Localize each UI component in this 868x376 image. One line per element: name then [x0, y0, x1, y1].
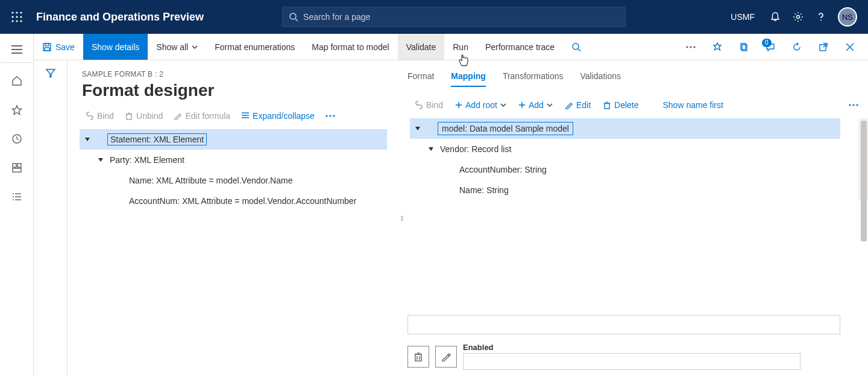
edit-expression-icon[interactable] [435, 346, 457, 368]
right-bind-button[interactable]: Bind [410, 98, 448, 112]
bell-icon[interactable] [769, 11, 781, 23]
tree-node-name-string[interactable]: Name: String [410, 180, 840, 200]
splitter[interactable]: ⁞⁞ [399, 60, 404, 376]
edit-button[interactable]: Edit [560, 98, 596, 112]
left-more-icon[interactable] [321, 112, 340, 119]
messages-badge: 0 [762, 39, 772, 47]
attachments-icon[interactable] [733, 34, 755, 60]
edit-formula-button[interactable]: Edit formula [169, 109, 235, 123]
search-placeholder: Search for a page [303, 12, 370, 22]
delete-label: Delete [614, 100, 638, 110]
svg-rect-28 [45, 48, 49, 51]
home-icon[interactable] [2, 68, 31, 94]
caret-icon[interactable] [96, 157, 105, 163]
expand-label: Expand/collapse [253, 111, 315, 121]
svg-point-9 [290, 13, 296, 19]
tree-node-vendor[interactable]: Vendor: Record list [410, 139, 840, 159]
tab-validations[interactable]: Validations [580, 70, 621, 87]
svg-point-2 [20, 11, 22, 13]
right-bind-label: Bind [426, 100, 443, 110]
svg-point-56 [852, 104, 854, 106]
svg-point-55 [849, 104, 851, 106]
search-action-icon[interactable] [563, 34, 590, 60]
edit-label: Edit [576, 100, 591, 110]
tree-node-model[interactable]: model: Data model Sample model [410, 118, 840, 139]
svg-point-32 [690, 46, 691, 48]
modules-icon[interactable] [2, 183, 31, 210]
svg-rect-52 [605, 103, 609, 109]
svg-rect-17 [13, 164, 16, 167]
enabled-label: Enabled [463, 343, 800, 352]
svg-point-12 [820, 20, 822, 21]
node-label: Name: String [459, 185, 509, 195]
company-label[interactable]: USMF [731, 12, 755, 22]
options-icon[interactable] [706, 34, 728, 60]
svg-rect-39 [127, 114, 131, 119]
recent-icon[interactable] [2, 126, 31, 152]
popout-icon[interactable] [813, 34, 834, 60]
enabled-input[interactable] [463, 353, 800, 370]
svg-point-46 [329, 115, 331, 116]
svg-line-30 [578, 49, 580, 51]
svg-rect-27 [45, 43, 49, 46]
messages-icon[interactable]: 0 [760, 34, 781, 60]
node-label: Vendor: Record list [440, 144, 511, 154]
tree-node-accountnumber[interactable]: AccountNumber: String [410, 159, 840, 180]
svg-point-1 [16, 11, 17, 13]
app-launcher-icon[interactable] [0, 11, 34, 22]
validate-button[interactable]: Validate [398, 34, 445, 60]
filter-icon[interactable] [45, 68, 56, 376]
svg-point-47 [333, 115, 335, 116]
svg-rect-58 [415, 354, 421, 361]
save-button[interactable]: Save [34, 34, 83, 60]
performance-trace-button[interactable]: Performance trace [477, 34, 563, 60]
bind-button[interactable]: Bind [81, 109, 119, 123]
caret-icon[interactable] [427, 146, 435, 152]
tab-format[interactable]: Format [407, 70, 434, 87]
right-more-icon[interactable] [844, 101, 863, 109]
run-button[interactable]: Run [444, 34, 477, 60]
scrollbar[interactable] [858, 118, 868, 200]
svg-point-3 [11, 16, 13, 18]
add-root-button[interactable]: Add root [450, 98, 511, 112]
delete-expression-icon[interactable] [407, 346, 429, 368]
action-bar: Save Show details Show all Format enumer… [34, 34, 868, 60]
show-name-first-button[interactable]: Show name first [658, 98, 728, 112]
add-button[interactable]: Add [514, 98, 558, 112]
unbind-button[interactable]: Unbind [120, 109, 168, 123]
show-details-button[interactable]: Show details [83, 34, 148, 60]
hamburger-icon[interactable] [0, 36, 34, 63]
refresh-icon[interactable] [786, 34, 808, 60]
search-input[interactable]: Search for a page [282, 7, 626, 27]
tree-node-statement[interactable]: Statement: XML Element [80, 129, 387, 150]
app-title: Finance and Operations Preview [36, 11, 204, 24]
more-actions-icon[interactable] [680, 34, 702, 60]
svg-point-4 [16, 16, 17, 18]
svg-line-10 [295, 19, 298, 21]
avatar[interactable]: NS [838, 7, 857, 27]
node-label: AccountNumber: String [459, 165, 547, 174]
add-label: Add [529, 100, 544, 110]
node-label: Name: XML Attribute = model.Vendor.Name [129, 176, 292, 185]
gear-icon[interactable] [792, 11, 804, 23]
expression-input[interactable] [407, 315, 840, 334]
star-icon[interactable] [2, 97, 31, 123]
format-enumerations-button[interactable]: Format enumerations [206, 34, 303, 60]
caret-icon[interactable] [83, 136, 92, 142]
tree-node-party[interactable]: Party: XML Element [80, 150, 387, 170]
svg-point-29 [573, 43, 579, 49]
close-icon[interactable] [839, 34, 861, 60]
help-icon[interactable] [815, 11, 827, 23]
show-all-button[interactable]: Show all [148, 34, 206, 60]
workspace-icon[interactable] [2, 155, 31, 181]
node-label: model: Data model Sample model [438, 122, 573, 135]
tree-node-name[interactable]: Name: XML Attribute = model.Vendor.Name [80, 170, 387, 191]
expand-collapse-button[interactable]: Expand/collapse [236, 109, 319, 123]
map-format-button[interactable]: Map format to model [303, 34, 397, 60]
caret-icon[interactable] [414, 126, 422, 132]
delete-button[interactable]: Delete [598, 98, 643, 112]
node-label: Statement: XML Element [107, 133, 207, 145]
tree-node-accountnum[interactable]: AccountNum: XML Attribute = model.Vendor… [80, 191, 387, 211]
tab-transformations[interactable]: Transformations [503, 70, 564, 87]
tab-mapping[interactable]: Mapping [451, 70, 486, 87]
